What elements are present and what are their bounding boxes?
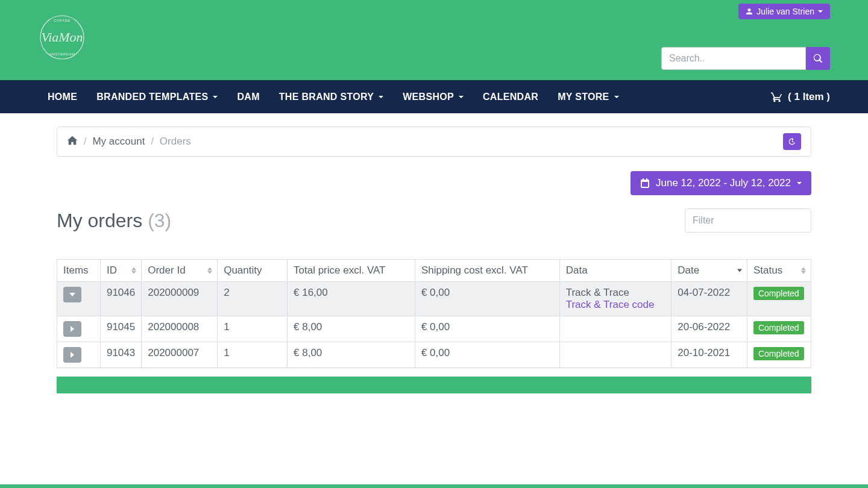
- cell-quantity: 1: [218, 316, 288, 342]
- cell-data: [559, 316, 671, 342]
- col-data: Data: [559, 260, 671, 282]
- cell-shipping: € 0,00: [415, 282, 559, 316]
- triangle-right-icon: [71, 352, 74, 358]
- main-nav: HOMEBRANDED TEMPLATESDAMTHE BRAND STORYW…: [0, 80, 868, 113]
- col-date[interactable]: Date: [671, 260, 747, 282]
- page-title: My orders (3): [57, 210, 171, 232]
- table-row: 910432020000071€ 8,00€ 0,0020-10-2021Com…: [57, 342, 811, 368]
- cell-quantity: 2: [218, 282, 288, 316]
- home-icon: [67, 135, 78, 146]
- search-icon: [813, 54, 823, 63]
- svg-text:ViaMon: ViaMon: [41, 30, 83, 45]
- nav-label: BRANDED TEMPLATES: [96, 92, 208, 102]
- breadcrumb: / My account / Orders: [57, 127, 811, 157]
- chevron-down-icon: [614, 96, 619, 98]
- nav-item-home[interactable]: HOME: [38, 80, 87, 113]
- chevron-down-icon: [818, 10, 823, 13]
- cell-date: 04-07-2022: [671, 282, 747, 316]
- nav-label: MY STORE: [558, 92, 609, 102]
- date-range-label: June 12, 2022 - July 12, 2022: [656, 177, 791, 189]
- track-trace-link[interactable]: Track & Trace code: [566, 299, 655, 310]
- cell-order_id: 202000009: [142, 282, 218, 316]
- cell-id: 91046: [100, 282, 141, 316]
- footer-accent-bar: [57, 377, 811, 393]
- expand-row-button[interactable]: [63, 347, 81, 363]
- cell-shipping: € 0,00: [415, 316, 559, 342]
- status-badge: Completed: [753, 287, 804, 300]
- history-button[interactable]: [783, 133, 801, 150]
- nav-item-branded-templates[interactable]: BRANDED TEMPLATES: [87, 80, 227, 113]
- expand-row-button[interactable]: [63, 321, 81, 337]
- cart-label: ( 1 Item ): [788, 91, 830, 103]
- filter-input[interactable]: [685, 208, 811, 233]
- history-icon: [788, 137, 796, 146]
- nav-label: WEBSHOP: [403, 92, 454, 102]
- nav-item-calendar[interactable]: CALENDAR: [473, 80, 548, 113]
- breadcrumb-home[interactable]: [67, 135, 78, 148]
- chevron-down-icon: [213, 96, 218, 98]
- cell-total: € 8,00: [288, 342, 415, 368]
- orders-table: Items ID Order Id Quantity Total price e…: [57, 259, 811, 368]
- cell-shipping: € 0,00: [415, 342, 559, 368]
- header-green: COFFEE ViaMon AMSTERDAM Julie van Strien: [0, 0, 868, 80]
- user-menu-button[interactable]: Julie van Strien: [738, 4, 830, 19]
- col-status[interactable]: Status: [747, 260, 811, 282]
- breadcrumb-separator: /: [151, 136, 153, 147]
- brand-logo[interactable]: COFFEE ViaMon AMSTERDAM: [38, 13, 86, 61]
- col-id[interactable]: ID: [100, 260, 141, 282]
- nav-item-the-brand-story[interactable]: THE BRAND STORY: [269, 80, 393, 113]
- cell-status: Completed: [747, 316, 811, 342]
- nav-item-my-store[interactable]: MY STORE: [548, 80, 628, 113]
- triangle-right-icon: [71, 326, 74, 332]
- svg-text:AMSTERDAM: AMSTERDAM: [49, 52, 75, 56]
- search-button[interactable]: [806, 47, 830, 70]
- status-badge: Completed: [753, 347, 804, 360]
- expand-row-button[interactable]: [63, 287, 81, 302]
- cell-status: Completed: [747, 342, 811, 368]
- col-shipping: Shipping cost excl. VAT: [415, 260, 559, 282]
- cell-date: 20-10-2021: [671, 342, 747, 368]
- triangle-down-icon: [69, 293, 75, 296]
- cart-link[interactable]: ( 1 Item ): [771, 91, 830, 103]
- svg-text:COFFEE: COFFEE: [54, 19, 70, 22]
- table-row: 910462020000092€ 16,00€ 0,00Track & Trac…: [57, 282, 811, 316]
- cell-total: € 8,00: [288, 316, 415, 342]
- cell-total: € 16,00: [288, 282, 415, 316]
- chevron-down-icon: [379, 96, 383, 98]
- col-quantity: Quantity: [218, 260, 288, 282]
- date-range-button[interactable]: June 12, 2022 - July 12, 2022: [631, 171, 811, 195]
- user-icon: [746, 8, 753, 15]
- breadcrumb-my-account[interactable]: My account: [92, 136, 145, 148]
- cell-id: 91043: [100, 342, 141, 368]
- nav-label: DAM: [237, 92, 259, 102]
- nav-item-dam[interactable]: DAM: [227, 80, 269, 113]
- chevron-down-icon: [459, 96, 464, 98]
- cell-order_id: 202000008: [142, 316, 218, 342]
- calendar-icon: [640, 178, 650, 188]
- nav-item-webshop[interactable]: WEBSHOP: [393, 80, 473, 113]
- cell-quantity: 1: [218, 342, 288, 368]
- col-items: Items: [57, 260, 101, 282]
- cart-icon: [771, 91, 783, 103]
- cell-date: 20-06-2022: [671, 316, 747, 342]
- col-total: Total price excl. VAT: [288, 260, 415, 282]
- cell-id: 91045: [100, 316, 141, 342]
- track-trace-label: Track & Trace: [566, 287, 665, 299]
- cell-data: [559, 342, 671, 368]
- cell-order_id: 202000007: [142, 342, 218, 368]
- chevron-down-icon: [797, 182, 802, 184]
- breadcrumb-current: Orders: [160, 136, 191, 148]
- nav-label: HOME: [48, 92, 77, 102]
- table-row: 910452020000081€ 8,00€ 0,0020-06-2022Com…: [57, 316, 811, 342]
- search-input[interactable]: [661, 47, 806, 70]
- nav-label: THE BRAND STORY: [279, 92, 374, 102]
- user-name: Julie van Strien: [756, 7, 814, 16]
- nav-label: CALENDAR: [483, 92, 538, 102]
- search-group: [661, 47, 830, 70]
- breadcrumb-separator: /: [84, 136, 86, 147]
- cell-status: Completed: [747, 282, 811, 316]
- cell-data: Track & TraceTrack & Trace code: [559, 282, 671, 316]
- status-badge: Completed: [753, 321, 804, 334]
- col-order-id[interactable]: Order Id: [142, 260, 218, 282]
